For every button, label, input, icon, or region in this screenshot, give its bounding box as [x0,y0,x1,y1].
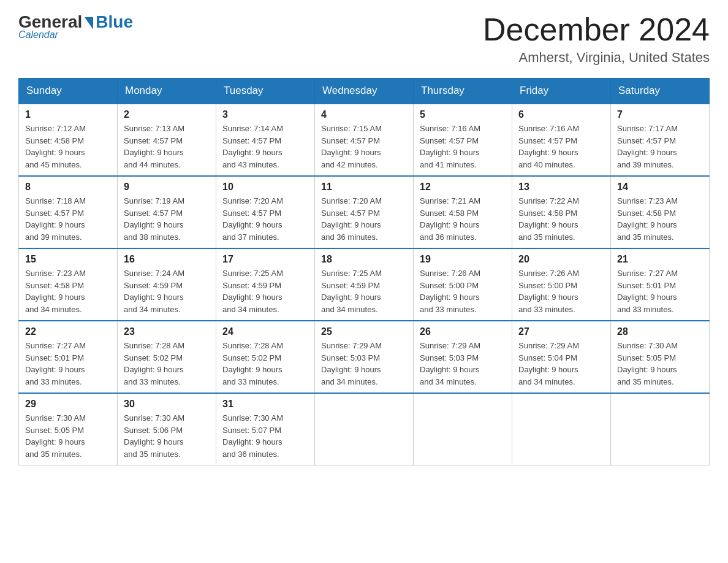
day-number: 24 [222,326,308,337]
day-number: 20 [518,254,604,265]
logo-subtitle-text: Calendar [18,29,58,40]
day-number: 18 [321,254,407,265]
table-row: 22 Sunrise: 7:27 AMSunset: 5:01 PMDaylig… [19,321,118,393]
day-info: Sunrise: 7:13 AMSunset: 4:57 PMDaylight:… [124,124,184,169]
day-number: 16 [124,254,210,265]
day-info: Sunrise: 7:30 AMSunset: 5:06 PMDaylight:… [124,413,184,459]
table-row: 31 Sunrise: 7:30 AMSunset: 5:07 PMDaylig… [216,393,315,465]
table-row [611,393,710,465]
day-number: 11 [321,182,407,193]
day-info: Sunrise: 7:30 AMSunset: 5:05 PMDaylight:… [617,341,678,386]
table-row: 5 Sunrise: 7:16 AMSunset: 4:57 PMDayligh… [414,104,512,176]
day-number: 22 [25,326,111,337]
table-row: 13 Sunrise: 7:22 AMSunset: 4:58 PMDaylig… [512,176,611,248]
table-row: 9 Sunrise: 7:19 AMSunset: 4:57 PMDayligh… [118,176,216,248]
day-info: Sunrise: 7:28 AMSunset: 5:02 PMDaylight:… [124,341,184,386]
day-info: Sunrise: 7:26 AMSunset: 5:00 PMDaylight:… [420,269,480,314]
day-info: Sunrise: 7:16 AMSunset: 4:57 PMDaylight:… [518,124,579,169]
table-row: 10 Sunrise: 7:20 AMSunset: 4:57 PMDaylig… [216,176,315,248]
col-friday: Friday [512,79,611,104]
table-row: 2 Sunrise: 7:13 AMSunset: 4:57 PMDayligh… [118,104,216,176]
table-row: 16 Sunrise: 7:24 AMSunset: 4:59 PMDaylig… [118,248,216,321]
table-row: 8 Sunrise: 7:18 AMSunset: 4:57 PMDayligh… [19,176,118,248]
day-info: Sunrise: 7:22 AMSunset: 4:58 PMDaylight:… [518,196,579,242]
day-info: Sunrise: 7:24 AMSunset: 4:59 PMDaylight:… [124,269,184,314]
day-info: Sunrise: 7:27 AMSunset: 5:01 PMDaylight:… [25,341,86,386]
day-info: Sunrise: 7:17 AMSunset: 4:57 PMDaylight:… [617,124,678,169]
day-number: 9 [124,182,210,193]
calendar-week-row: 8 Sunrise: 7:18 AMSunset: 4:57 PMDayligh… [19,176,710,248]
table-row: 3 Sunrise: 7:14 AMSunset: 4:57 PMDayligh… [216,104,315,176]
table-row: 25 Sunrise: 7:29 AMSunset: 5:03 PMDaylig… [315,321,414,393]
day-number: 19 [420,254,506,265]
table-row: 17 Sunrise: 7:25 AMSunset: 4:59 PMDaylig… [216,248,315,321]
logo-arrow-icon [85,17,93,29]
table-row: 19 Sunrise: 7:26 AMSunset: 5:00 PMDaylig… [414,248,512,321]
table-row [315,393,414,465]
table-row: 6 Sunrise: 7:16 AMSunset: 4:57 PMDayligh… [512,104,611,176]
day-number: 5 [420,109,506,120]
table-row: 4 Sunrise: 7:15 AMSunset: 4:57 PMDayligh… [315,104,414,176]
day-number: 29 [25,399,111,410]
table-row: 21 Sunrise: 7:27 AMSunset: 5:01 PMDaylig… [611,248,710,321]
table-row: 24 Sunrise: 7:28 AMSunset: 5:02 PMDaylig… [216,321,315,393]
table-row: 15 Sunrise: 7:23 AMSunset: 4:58 PMDaylig… [19,248,118,321]
day-number: 3 [222,109,308,120]
table-row: 20 Sunrise: 7:26 AMSunset: 5:00 PMDaylig… [512,248,611,321]
col-monday: Monday [118,79,216,104]
day-number: 26 [420,326,506,337]
day-info: Sunrise: 7:20 AMSunset: 4:57 PMDaylight:… [321,196,382,242]
table-row: 27 Sunrise: 7:29 AMSunset: 5:04 PMDaylig… [512,321,611,393]
table-row: 26 Sunrise: 7:29 AMSunset: 5:03 PMDaylig… [414,321,512,393]
day-info: Sunrise: 7:25 AMSunset: 4:59 PMDaylight:… [222,269,283,314]
logo: General Blue Calendar [18,12,133,40]
table-row: 7 Sunrise: 7:17 AMSunset: 4:57 PMDayligh… [611,104,710,176]
day-info: Sunrise: 7:29 AMSunset: 5:04 PMDaylight:… [518,341,579,386]
day-info: Sunrise: 7:19 AMSunset: 4:57 PMDaylight:… [124,196,184,242]
col-thursday: Thursday [414,79,512,104]
calendar-week-row: 22 Sunrise: 7:27 AMSunset: 5:01 PMDaylig… [19,321,710,393]
month-title: December 2024 [483,12,710,47]
day-number: 31 [222,399,308,410]
day-number: 12 [420,182,506,193]
day-info: Sunrise: 7:23 AMSunset: 4:58 PMDaylight:… [25,269,86,314]
logo-blue-text: Blue [96,12,133,32]
day-info: Sunrise: 7:21 AMSunset: 4:58 PMDaylight:… [420,196,480,242]
day-info: Sunrise: 7:29 AMSunset: 5:03 PMDaylight:… [321,341,382,386]
day-number: 21 [617,254,703,265]
table-row: 11 Sunrise: 7:20 AMSunset: 4:57 PMDaylig… [315,176,414,248]
day-number: 23 [124,326,210,337]
day-number: 17 [222,254,308,265]
table-row: 29 Sunrise: 7:30 AMSunset: 5:05 PMDaylig… [19,393,118,465]
day-number: 25 [321,326,407,337]
day-info: Sunrise: 7:18 AMSunset: 4:57 PMDaylight:… [25,196,86,242]
day-number: 8 [25,182,111,193]
col-tuesday: Tuesday [216,79,315,104]
calendar-header-row: Sunday Monday Tuesday Wednesday Thursday… [19,79,710,104]
table-row: 23 Sunrise: 7:28 AMSunset: 5:02 PMDaylig… [118,321,216,393]
col-saturday: Saturday [611,79,710,104]
table-row: 12 Sunrise: 7:21 AMSunset: 4:58 PMDaylig… [414,176,512,248]
col-sunday: Sunday [19,79,118,104]
calendar-week-row: 1 Sunrise: 7:12 AMSunset: 4:58 PMDayligh… [19,104,710,176]
day-info: Sunrise: 7:12 AMSunset: 4:58 PMDaylight:… [25,124,86,169]
day-number: 28 [617,326,703,337]
day-number: 13 [518,182,604,193]
page-header: General Blue Calendar December 2024 Amhe… [18,12,710,66]
day-number: 7 [617,109,703,120]
calendar-table: Sunday Monday Tuesday Wednesday Thursday… [18,78,710,465]
day-number: 10 [222,182,308,193]
day-number: 2 [124,109,210,120]
day-info: Sunrise: 7:16 AMSunset: 4:57 PMDaylight:… [420,124,480,169]
day-info: Sunrise: 7:27 AMSunset: 5:01 PMDaylight:… [617,269,678,314]
calendar-week-row: 29 Sunrise: 7:30 AMSunset: 5:05 PMDaylig… [19,393,710,465]
calendar-week-row: 15 Sunrise: 7:23 AMSunset: 4:58 PMDaylig… [19,248,710,321]
location-subtitle: Amherst, Virginia, United States [483,50,710,66]
table-row: 14 Sunrise: 7:23 AMSunset: 4:58 PMDaylig… [611,176,710,248]
day-info: Sunrise: 7:20 AMSunset: 4:57 PMDaylight:… [222,196,283,242]
day-number: 27 [518,326,604,337]
table-row: 30 Sunrise: 7:30 AMSunset: 5:06 PMDaylig… [118,393,216,465]
day-number: 4 [321,109,407,120]
day-info: Sunrise: 7:30 AMSunset: 5:07 PMDaylight:… [222,413,283,459]
day-number: 6 [518,109,604,120]
